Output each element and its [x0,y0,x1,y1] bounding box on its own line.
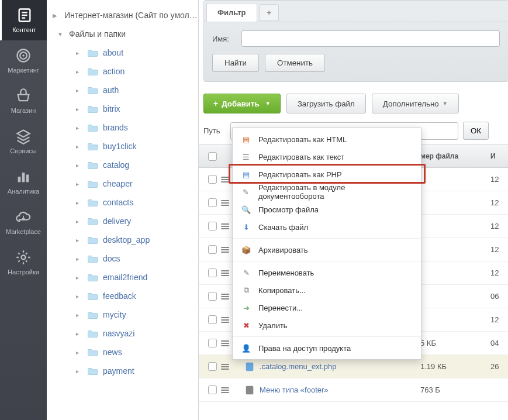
tree-folder[interactable]: ▸nasvyazi [47,324,198,343]
svg-rect-7 [18,177,21,182]
tree-folder[interactable]: ▸bitrix [47,99,198,118]
folder-label: action [103,67,125,76]
caret-right-icon: ▸ [76,87,84,94]
sidebar-item-shop[interactable]: Магазин [0,81,47,121]
tree-root-site[interactable]: ▶ Интернет-магазин (Сайт по умол… [47,6,198,25]
sidebar-item-marketing[interactable]: Маркетинг [0,40,47,81]
context-item-perm[interactable]: 👤Права на доступ продукта [233,339,421,357]
file-date: 06 [490,292,508,301]
more-button[interactable]: Дополнительно ▼ [372,94,459,113]
tree-folder[interactable]: ▸brands [47,118,198,137]
table-row[interactable]: Меню типа «footer»763 Б [199,378,508,402]
add-button[interactable]: + Добавить ▼ [203,94,281,113]
file-name[interactable]: Меню типа «footer» [239,385,420,395]
context-item-view[interactable]: 🔍Просмотр файла [233,201,421,218]
row-menu-button[interactable] [221,387,239,393]
filter-tab[interactable]: Фильтр [206,3,257,22]
row-checkbox[interactable] [208,268,217,277]
caret-right-icon: ▸ [76,125,84,131]
row-checkbox[interactable] [208,385,217,394]
folder-label: bitrix [103,104,120,113]
file-size: 5 КБ [420,339,490,347]
row-checkbox[interactable] [208,362,217,371]
cloud-icon [15,209,32,225]
row-checkbox[interactable] [208,292,217,301]
select-all-checkbox[interactable] [208,152,217,161]
sidebar-item-settings[interactable]: Настройки [0,242,47,283]
upload-button[interactable]: Загрузить файл [286,94,366,113]
context-label: Переименовать [258,268,314,277]
path-ok-button[interactable]: ОК [463,122,489,140]
tree-folder[interactable]: ▸about [47,43,198,62]
caret-right-icon: ▸ [76,256,84,262]
bars-icon [15,168,32,185]
sidebar-item-services[interactable]: Сервисы [0,121,47,161]
context-item-docflow[interactable]: ✎Редактировать в модуле документооборота [233,183,421,201]
tree-folder[interactable]: ▸delivery [47,212,198,230]
context-item-download[interactable]: ⬇Скачать файл [233,218,421,236]
context-label: Архивировать [258,246,308,254]
row-menu-button[interactable] [221,364,239,370]
context-item-move[interactable]: ➔Перенести... [233,299,421,316]
tree-root-files[interactable]: ▼ Файлы и папки [47,25,198,43]
caret-right-icon: ▸ [76,143,84,150]
tree-folder[interactable]: ▸news [47,343,198,362]
copy-icon: ⧉ [241,285,251,295]
row-checkbox[interactable] [208,222,217,230]
row-checkbox[interactable] [208,198,217,207]
row-checkbox[interactable] [208,315,217,324]
caret-right-icon: ▸ [76,237,84,243]
context-item-delete[interactable]: ✖Удалить [233,316,421,334]
tree-folder[interactable]: ▸mycity [47,305,198,324]
filter-add-tab[interactable]: + [260,4,279,21]
context-item-rename[interactable]: ✎Переименовать [233,264,421,281]
rename-icon: ✎ [241,267,251,278]
row-checkbox[interactable] [208,339,217,347]
row-checkbox[interactable] [208,175,217,184]
tree-folder[interactable]: ▸docs [47,249,198,268]
folder-label: cheaper [103,179,133,188]
perm-icon: 👤 [241,343,251,353]
file-date: 12 [490,245,508,254]
caret-right-icon: ▸ [76,368,84,374]
tree-folder[interactable]: ▸payment [47,362,198,380]
filter-cancel-button[interactable]: Отменить [265,54,325,72]
context-label: Перенести... [258,304,303,312]
folder-label: email2friend [103,273,147,282]
folder-label: desktop_app [103,235,150,245]
svg-point-10 [22,256,26,260]
tree-folder[interactable]: ▸feedback [47,287,198,305]
context-item-copy[interactable]: ⧉Копировать... [233,281,421,299]
tree-folder[interactable]: ▸auth [47,81,198,99]
tree-folder[interactable]: ▸desktop_app [47,230,198,249]
context-item-archive[interactable]: 📦Архивировать [233,241,421,259]
tree-folder[interactable]: ▸email2friend [47,268,198,287]
folder-label: contacts [103,198,133,207]
context-item-html[interactable]: ▤Редактировать как HTML [233,130,421,148]
php-icon [244,362,255,372]
context-label: Удалить [258,321,288,330]
sidebar-item-content[interactable]: Контент [0,0,47,40]
caret-right-icon: ▸ [76,274,84,281]
filter-name-input[interactable] [241,30,500,47]
row-checkbox[interactable] [208,245,217,254]
context-label: Права на доступ продукта [258,344,351,353]
sidebar-item-marketplace[interactable]: Marketplace [0,202,47,242]
filter-find-button[interactable]: Найти [212,54,259,72]
context-item-txt[interactable]: ☰Редактировать как текст [233,148,421,166]
file-name[interactable]: .catalog.menu_ext.php [239,362,420,372]
file-size: 763 Б [420,385,490,394]
tree-folder[interactable]: ▸buy1click [47,137,198,156]
context-label: Редактировать как текст [258,153,344,161]
stack-icon [15,128,32,144]
docflow-icon: ✎ [241,187,251,197]
tree-folder[interactable]: ▸catalog [47,156,198,174]
context-item-php[interactable]: ▤Редактировать как PHP [233,166,421,183]
context-label: Копировать... [258,286,306,295]
caret-right-icon: ▸ [76,199,84,206]
chevron-down-icon: ▼ [265,101,271,106]
tree-folder[interactable]: ▸cheaper [47,174,198,193]
sidebar-item-analytics[interactable]: Аналитика [0,161,47,202]
tree-folder[interactable]: ▸action [47,62,198,81]
tree-folder[interactable]: ▸contacts [47,193,198,212]
